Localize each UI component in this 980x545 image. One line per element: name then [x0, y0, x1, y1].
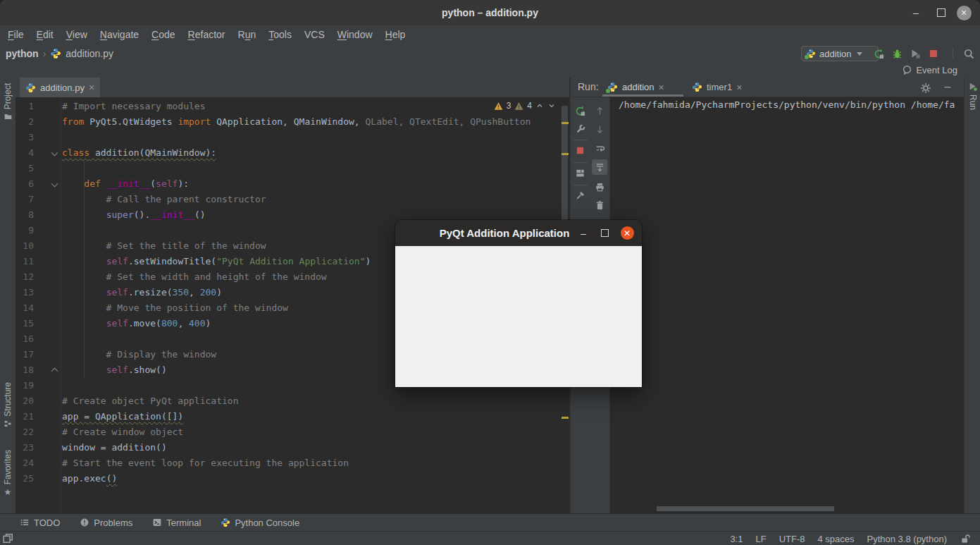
gutter-fold-area[interactable]	[34, 254, 61, 269]
search-everywhere-button[interactable]	[962, 47, 975, 60]
stripe-run[interactable]: Run	[965, 81, 980, 110]
gutter-fold-area[interactable]	[34, 300, 61, 316]
line-number[interactable]: 13	[15, 285, 34, 300]
menu-view[interactable]: View	[60, 29, 94, 40]
line-number[interactable]: 19	[15, 378, 34, 393]
gutter-fold-area[interactable]	[34, 455, 61, 471]
down-stack-trace-button[interactable]	[592, 121, 607, 137]
todo-tool-button[interactable]: TODO	[20, 518, 60, 528]
menu-file[interactable]: File	[1, 29, 30, 40]
code-text[interactable]: # Start the event loop for executing the…	[61, 455, 349, 471]
line-number[interactable]: 16	[15, 331, 34, 347]
code-text[interactable]: self.move(800, 400)	[61, 316, 211, 331]
stripe-structure[interactable]: Structure	[0, 382, 15, 428]
code-text[interactable]: window = addition()	[61, 440, 167, 455]
line-number[interactable]: 6	[15, 176, 34, 192]
line-number[interactable]: 2	[15, 114, 34, 130]
gutter-fold-area[interactable]	[34, 471, 61, 486]
pin-tab-button[interactable]	[573, 188, 588, 203]
gutter-fold-area[interactable]	[34, 362, 61, 378]
stop-button[interactable]	[927, 47, 940, 60]
run-console[interactable]: /home/fahmida/PycharmProjects/python/ven…	[610, 97, 964, 513]
line-number[interactable]: 10	[15, 238, 34, 254]
run-configuration-select[interactable]: addition	[801, 46, 879, 61]
gutter-fold-area[interactable]	[34, 269, 61, 285]
code-text[interactable]: super().__init__()	[61, 207, 206, 223]
menu-vcs[interactable]: VCS	[298, 29, 331, 40]
line-number[interactable]: 9	[15, 223, 34, 238]
lock-icon[interactable]	[960, 534, 970, 544]
event-log-button[interactable]: Event Log	[902, 63, 957, 78]
up-stack-trace-button[interactable]	[592, 103, 607, 118]
gutter-fold-area[interactable]	[34, 161, 61, 176]
breadcrumb-file[interactable]: addition.py	[66, 48, 113, 59]
line-number[interactable]: 23	[15, 440, 34, 455]
error-stripe-mark[interactable]	[562, 153, 569, 155]
code-text[interactable]: from PyQt5.QtWidgets import QApplication…	[61, 114, 531, 130]
gutter-fold-area[interactable]	[34, 176, 61, 192]
minimize-button[interactable]: –	[907, 0, 925, 25]
gutter-fold-area[interactable]	[34, 285, 61, 300]
tab-close-icon[interactable]: ×	[89, 82, 94, 92]
console-hscrollbar-thumb[interactable]	[657, 506, 834, 511]
tab-close-icon[interactable]: ×	[736, 82, 742, 92]
code-line[interactable]: 4class addition(QMainWindow):	[15, 145, 569, 161]
code-text[interactable]: self.show()	[61, 362, 167, 378]
python-interpreter[interactable]: Python 3.8 (python)	[867, 534, 947, 544]
gutter-fold-area[interactable]	[34, 316, 61, 331]
menu-code[interactable]: Code	[145, 29, 181, 40]
pyqt-close-button[interactable]: ✕	[618, 220, 636, 246]
edit-configuration-button[interactable]	[573, 121, 588, 137]
error-stripe-mark[interactable]	[562, 122, 569, 124]
line-number[interactable]: 12	[15, 269, 34, 285]
error-stripe-mark[interactable]	[562, 417, 569, 419]
gutter-fold-area[interactable]	[34, 440, 61, 455]
gutter-fold-area[interactable]	[34, 114, 61, 130]
gutter-fold-area[interactable]	[34, 145, 61, 161]
fold-marker-icon[interactable]	[51, 180, 58, 188]
code-text[interactable]: # Call the parent constructor	[61, 192, 266, 207]
next-issue-icon[interactable]	[547, 102, 556, 110]
stop-process-button[interactable]	[573, 142, 588, 158]
code-line[interactable]: 24# Start the event loop for executing t…	[15, 455, 569, 471]
code-text[interactable]: app = QApplication([])	[61, 409, 183, 424]
run-tab-timer1[interactable]: timer1 ×	[692, 78, 742, 97]
line-number[interactable]: 4	[15, 145, 34, 161]
hide-panel-icon[interactable]: –	[943, 82, 953, 92]
code-line[interactable]: 23window = addition()	[15, 440, 569, 455]
code-line[interactable]: 20# Create object PyQt application	[15, 393, 569, 409]
menu-refactor[interactable]: Refactor	[182, 29, 232, 40]
maximize-button[interactable]	[932, 0, 950, 25]
code-line[interactable]: 5	[15, 161, 569, 176]
menu-help[interactable]: Help	[379, 29, 412, 40]
line-number[interactable]: 15	[15, 316, 34, 331]
code-text[interactable]	[61, 161, 62, 176]
code-text[interactable]: self.resize(350, 200)	[61, 285, 222, 300]
line-number[interactable]: 14	[15, 300, 34, 316]
scroll-to-end-button[interactable]	[592, 159, 607, 175]
code-text[interactable]: self.setWindowTitle("PyQt Addition Appli…	[61, 254, 371, 269]
line-number[interactable]: 24	[15, 455, 34, 471]
code-text[interactable]: # Create window object	[61, 424, 183, 440]
code-text[interactable]	[61, 378, 62, 393]
python-console-tool-button[interactable]: Python Console	[221, 518, 299, 528]
fold-marker-icon[interactable]	[51, 368, 58, 375]
gutter-fold-area[interactable]	[34, 99, 61, 114]
line-number[interactable]: 20	[15, 393, 34, 409]
editor-scrollbar-thumb[interactable]	[562, 106, 568, 233]
code-text[interactable]	[61, 331, 62, 347]
line-number[interactable]: 17	[15, 347, 34, 362]
rerun-button[interactable]	[872, 47, 885, 60]
clear-all-button[interactable]	[592, 197, 607, 213]
problems-tool-button[interactable]: Problems	[80, 518, 132, 528]
line-number[interactable]: 1	[15, 99, 34, 114]
gutter-fold-area[interactable]	[34, 207, 61, 223]
menu-edit[interactable]: Edit	[30, 29, 60, 40]
gutter-fold-area[interactable]	[34, 192, 61, 207]
code-text[interactable]: # Move the position of the window	[61, 300, 288, 316]
line-number[interactable]: 8	[15, 207, 34, 223]
line-number[interactable]: 18	[15, 362, 34, 378]
gutter-fold-area[interactable]	[34, 331, 61, 347]
code-line[interactable]: 1# Import necessary modules	[15, 99, 569, 114]
gutter-fold-area[interactable]	[34, 130, 61, 145]
